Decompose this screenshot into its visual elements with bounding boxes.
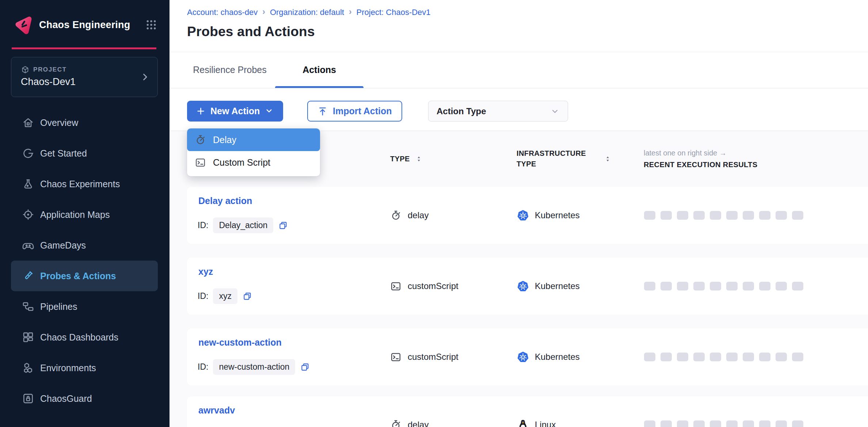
stopwatch-icon: [390, 419, 401, 427]
dashboards-icon: [22, 331, 34, 343]
sidebar-item-pipelines[interactable]: Pipelines: [0, 291, 170, 322]
menu-item-label: Delay: [213, 135, 236, 145]
terminal-icon: [195, 157, 206, 168]
sidebar-item-overview[interactable]: Overview: [0, 107, 170, 138]
table-row-xyz: xyzID:xyzcustomScriptKubernetes: [187, 258, 868, 315]
action-name-link[interactable]: new-custom-action: [198, 337, 282, 348]
infrastructure-value: Kubernetes: [535, 281, 580, 291]
copy-icon[interactable]: [242, 291, 252, 301]
sort-icon[interactable]: [604, 155, 612, 163]
execution-result-placeholder: [677, 282, 688, 291]
sidebar-item-label: ChaosGuard: [40, 393, 92, 404]
kubernetes-icon: [517, 209, 529, 222]
menu-item-custom-script[interactable]: Custom Script: [187, 151, 320, 174]
action-name-link[interactable]: awrvadv: [198, 405, 235, 416]
breadcrumb-link-1[interactable]: Organization: default: [270, 8, 344, 17]
execution-result-placeholder: [660, 420, 672, 427]
flask-icon: [22, 178, 34, 190]
plus-icon: [196, 106, 206, 116]
execution-result-placeholder: [776, 211, 787, 220]
execution-result-placeholder: [776, 420, 787, 427]
sidebar-item-environments[interactable]: Environments: [0, 353, 170, 383]
execution-result-placeholder: [759, 211, 770, 220]
execution-result-placeholder: [726, 353, 738, 361]
sidebar-item-gamedays[interactable]: GameDays: [0, 230, 170, 261]
breadcrumb-separator: ›: [349, 7, 352, 17]
id-label: ID:: [198, 362, 208, 372]
execution-result-placeholder: [710, 282, 721, 291]
kubernetes-icon: [517, 280, 529, 293]
chevron-down-icon: [264, 106, 274, 116]
copy-icon[interactable]: [300, 362, 310, 372]
cell-type: customScript: [390, 328, 458, 385]
home-icon: [22, 116, 34, 129]
cell-results: [644, 258, 803, 315]
terminal-icon: [390, 281, 401, 292]
menu-item-delay[interactable]: Delay: [187, 128, 320, 151]
table-row-delay-action: Delay actionID:Delay_actiondelayKubernet…: [187, 187, 868, 244]
execution-result-placeholder: [776, 282, 787, 291]
gamepad-icon: [22, 239, 34, 251]
execution-result-placeholder: [693, 353, 705, 361]
execution-result-placeholder: [726, 211, 738, 220]
tab-actions[interactable]: Actions: [275, 52, 363, 88]
sidebar-item-get-started[interactable]: Get Started: [0, 138, 170, 169]
sidebar-item-application-maps[interactable]: Application Maps: [0, 199, 170, 230]
project-label: PROJECT: [33, 66, 67, 73]
target-icon: [22, 208, 34, 221]
sort-icon[interactable]: [415, 155, 423, 163]
sidebar-item-probes-actions[interactable]: Probes & Actions: [11, 261, 158, 291]
cube-icon: [21, 65, 30, 74]
execution-result-placeholder: [743, 420, 754, 427]
action-type-value: Action Type: [437, 106, 486, 116]
execution-result-placeholder: [677, 211, 688, 220]
sidebar-item-label: GameDays: [40, 240, 86, 251]
execution-result-placeholder: [743, 282, 754, 291]
get-started-icon: [22, 147, 34, 159]
action-name-link[interactable]: Delay action: [198, 196, 252, 206]
type-value: customScript: [408, 281, 458, 291]
sidebar-item-chaos-dashboards[interactable]: Chaos Dashboards: [0, 322, 170, 353]
breadcrumb-link-0[interactable]: Account: chaos-dev: [187, 8, 258, 17]
id-label: ID:: [198, 291, 208, 301]
execution-result-placeholder: [726, 420, 738, 427]
execution-result-placeholder: [660, 282, 672, 291]
project-selector[interactable]: PROJECT Chaos-Dev1: [11, 57, 158, 97]
execution-result-placeholder: [743, 211, 754, 220]
infrastructure-value: Kubernetes: [535, 352, 580, 362]
sidebar-nav: OverviewGet StartedChaos ExperimentsAppl…: [0, 107, 170, 414]
cell-type: customScript: [390, 258, 458, 315]
new-action-label: New Action: [210, 106, 260, 116]
copy-icon[interactable]: [278, 220, 288, 231]
sidebar-item-chaos-experiments[interactable]: Chaos Experiments: [0, 169, 170, 199]
upload-icon: [317, 106, 328, 116]
execution-result-placeholder: [710, 420, 721, 427]
cell-results: [644, 328, 803, 385]
execution-result-placeholder: [792, 282, 803, 291]
cell-infrastructure: Linux: [517, 396, 556, 427]
import-action-button[interactable]: Import Action: [307, 101, 402, 122]
execution-result-placeholder: [743, 353, 754, 361]
cell-infrastructure: Kubernetes: [517, 187, 580, 244]
new-action-button[interactable]: New Action: [187, 101, 283, 122]
breadcrumb-link-2[interactable]: Project: Chaos-Dev1: [357, 8, 431, 17]
test-tube-icon: [22, 270, 34, 282]
action-name-link[interactable]: xyz: [198, 266, 213, 277]
sidebar-item-label: Application Maps: [40, 209, 110, 220]
type-value: delay: [408, 210, 429, 220]
execution-result-placeholder: [693, 211, 705, 220]
tab-resilience-probes[interactable]: Resilience Probes: [188, 52, 271, 88]
action-type-select[interactable]: Action Type: [428, 101, 568, 122]
execution-result-placeholder: [792, 211, 803, 220]
menu-item-label: Custom Script: [213, 157, 270, 168]
row-id: ID:new-custom-action: [198, 359, 310, 375]
lock-square-icon: [22, 392, 34, 405]
module-grid-icon[interactable]: [145, 18, 158, 31]
execution-result-placeholder: [726, 282, 738, 291]
results-hint: latest one on right side →: [644, 149, 757, 157]
breadcrumb-separator: ›: [262, 7, 265, 17]
table-row-awrvadv: awrvadvdelayLinux: [187, 396, 868, 427]
import-action-label: Import Action: [333, 106, 392, 116]
row-id: ID:xyz: [198, 288, 252, 304]
sidebar-item-chaosguard[interactable]: ChaosGuard: [0, 383, 170, 414]
